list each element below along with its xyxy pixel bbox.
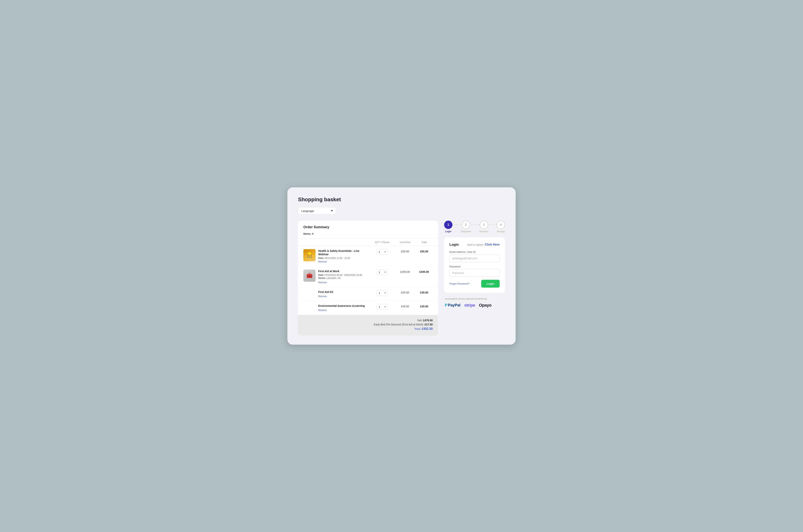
- payment-logos: PPayPal stripe Opayo: [445, 303, 504, 308]
- page-title: Shopping basket: [298, 196, 505, 203]
- total-4: £35.00: [416, 304, 433, 308]
- remove-item-4-button[interactable]: Remove: [318, 309, 327, 311]
- qty-value: 1: [379, 291, 380, 294]
- unit-price-1: £50.00: [395, 249, 416, 253]
- item-date: Date: 07/02/2022 09:30 - 09/02/2022 16:3…: [318, 274, 370, 277]
- table-row: Environmental Awareness eLearning Remove…: [298, 301, 438, 315]
- register-link[interactable]: Click Here: [485, 243, 500, 246]
- health-image-inner: 👷: [303, 249, 316, 261]
- qty-value: 1: [379, 271, 380, 274]
- email-label: Email Address / User ID: [450, 250, 500, 253]
- item-info: First Aid Kit Remove: [303, 290, 370, 298]
- language-dropdown[interactable]: Language: [298, 207, 336, 214]
- paypal-icon: P: [445, 303, 447, 307]
- date-label: Date:: [318, 257, 324, 260]
- order-footer: Net: £470.00 Early Bird 5% Discount (Fir…: [298, 315, 438, 336]
- col-qty: QTY / Places: [370, 241, 395, 244]
- remove-item-3-button[interactable]: Remove: [318, 295, 327, 298]
- main-card: Shopping basket Language Order Summary I…: [287, 187, 516, 345]
- login-header: Login Need to register: Click Here: [450, 243, 500, 247]
- qty-cell: 1: [370, 249, 395, 255]
- total-3: £35.00: [416, 290, 433, 294]
- total-1: £50.00: [416, 249, 433, 253]
- step-manage: 4 Manage: [497, 221, 505, 233]
- step-circle-3: 3: [480, 221, 488, 229]
- password-field-group: Password: [450, 265, 500, 277]
- email-input[interactable]: [450, 254, 500, 262]
- step-label-login: Login: [445, 230, 452, 233]
- email-field-group: Email Address / User ID: [450, 250, 500, 262]
- right-panel: 1 Login 2 Delegates 3 Payment: [444, 221, 505, 308]
- register-text: Need to register:: [467, 244, 484, 246]
- forgot-password-link[interactable]: Forgot Password?: [450, 282, 470, 285]
- unit-price-4: £35.00: [395, 304, 416, 308]
- table-row: First Aid Kit Remove 1 £35.00 £35.00: [298, 287, 438, 301]
- venue-label: Venue:: [318, 277, 326, 280]
- item-name: First Aid at Work: [318, 269, 370, 273]
- venue-value: Lancaster, UK: [326, 277, 341, 280]
- item-details: First Aid Kit Remove: [303, 290, 370, 298]
- item-image-firstaid: 🧰: [303, 269, 316, 282]
- step-connector-2: [471, 225, 479, 225]
- net-line: Net: £470.00: [303, 319, 433, 322]
- chevron-down-icon: [384, 272, 386, 273]
- password-label: Password: [450, 265, 500, 268]
- order-items-list: 👷 Health & Safety Essentials - Live Webi…: [298, 246, 438, 315]
- net-value: £470.00: [423, 319, 433, 322]
- firstaid-image-inner: 🧰: [303, 269, 316, 282]
- discount-label: Early Bird 5% Discount (First Aid at Wor…: [374, 323, 424, 326]
- password-input[interactable]: [450, 269, 500, 277]
- opayo-logo: Opayo: [479, 303, 492, 308]
- qty-cell: 1: [370, 304, 395, 310]
- remove-item-2-button[interactable]: Remove: [318, 281, 327, 284]
- col-unit-price: Unit Price: [395, 241, 416, 244]
- step-connector-1: [453, 225, 461, 225]
- stripe-logo: stripe: [464, 303, 475, 308]
- item-info: 🧰 First Aid at Work Date: 07/02/2022 09:…: [303, 269, 370, 284]
- qty-select-1[interactable]: 1: [377, 249, 388, 255]
- step-login: 1 Login: [444, 221, 453, 233]
- item-date: Date: 29/11/2021 11:00 - 12:30: [318, 257, 370, 260]
- col-total: Total: [416, 241, 433, 244]
- table-row: 👷 Health & Safety Essentials - Live Webi…: [298, 246, 438, 266]
- login-actions: Forgot Password? Login: [450, 280, 500, 288]
- items-count-label: Items:: [303, 232, 311, 235]
- item-name: Health & Safety Essentials - Live Webina…: [318, 249, 370, 256]
- register-section: Need to register: Click Here: [467, 243, 500, 246]
- unit-price-2: £300.00: [395, 269, 416, 273]
- remove-item-1-button[interactable]: Remove: [318, 260, 327, 263]
- paypal-logo: PPayPal: [445, 303, 460, 307]
- qty-select-4[interactable]: 1: [377, 304, 388, 310]
- total-2: £300.00: [416, 269, 433, 273]
- date-value: 07/02/2022 09:30 - 09/02/2022 16:30: [324, 274, 362, 277]
- item-name: Environmental Awareness eLearning: [318, 304, 370, 307]
- order-summary-title: Order Summary: [303, 225, 433, 229]
- step-number-2: 2: [465, 223, 467, 227]
- step-number-4: 4: [500, 223, 502, 227]
- item-image-health: 👷: [303, 249, 316, 261]
- step-label-manage: Manage: [497, 230, 505, 233]
- item-info: 👷 Health & Safety Essentials - Live Webi…: [303, 249, 370, 263]
- payment-section: accessplanit secure payment powered by: …: [444, 298, 505, 308]
- checkout-stepper: 1 Login 2 Delegates 3 Payment: [444, 221, 505, 233]
- login-card: Login Need to register: Click Here Email…: [444, 238, 505, 293]
- qty-select-3[interactable]: 1: [377, 290, 388, 296]
- payment-powered-text: accessplanit secure payment powered by:: [445, 298, 504, 300]
- discount-line: Early Bird 5% Discount (First Aid at Wor…: [303, 323, 433, 326]
- step-connector-3: [488, 225, 497, 225]
- content-row: Order Summary Items: 4 QTY / Places Unit…: [298, 221, 505, 336]
- item-name: First Aid Kit: [318, 290, 370, 294]
- login-button[interactable]: Login: [481, 280, 500, 288]
- net-label: Net:: [418, 319, 422, 322]
- table-row: 🧰 First Aid at Work Date: 07/02/2022 09:…: [298, 266, 438, 287]
- chevron-down-icon: [384, 251, 386, 252]
- items-count-value: 4: [312, 232, 313, 235]
- item-details: Health & Safety Essentials - Live Webina…: [318, 249, 370, 263]
- step-circle-4: 4: [497, 221, 505, 229]
- item-venue: Venue: Lancaster, UK: [318, 277, 370, 280]
- qty-cell: 1: [370, 269, 395, 275]
- qty-select-2[interactable]: 1: [377, 269, 388, 275]
- qty-value: 1: [379, 305, 380, 308]
- login-title: Login: [450, 243, 459, 247]
- total-label: Total:: [414, 327, 421, 330]
